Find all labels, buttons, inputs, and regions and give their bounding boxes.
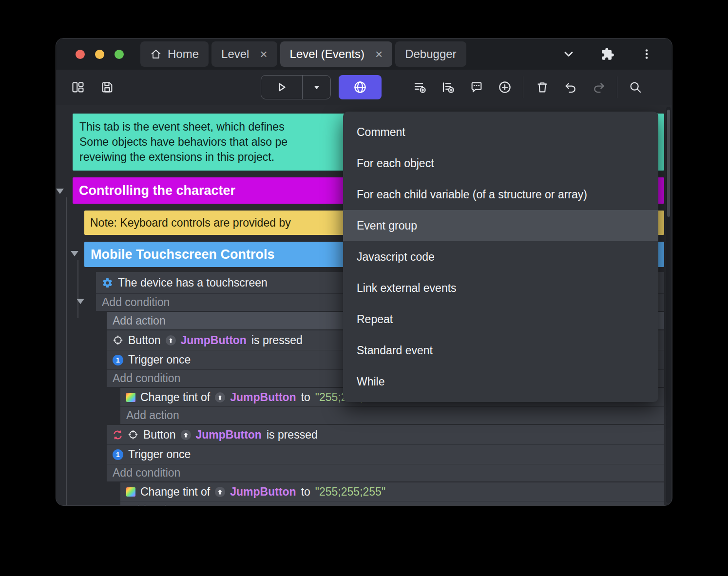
menu-item-link-external-events[interactable]: Link external events [343,272,658,304]
menu-item-repeat[interactable]: Repeat [343,304,658,335]
tree-line [66,197,67,505]
collapse-arrow-icon[interactable] [71,251,78,256]
event-sheet: This tab is the event sheet, which defin… [56,105,672,505]
collapse-arrow-icon[interactable] [56,189,64,194]
add-event-context-menu: Comment For each object For each child v… [343,112,658,402]
jumpbutton-arrow-icon [215,392,225,403]
event-tools [409,76,516,98]
menu-item-javascript-code[interactable]: Javascript code [343,241,658,272]
tab-level-events[interactable]: Level (Events) × [280,41,393,67]
action-row-change-tint[interactable]: Change tint of JumpButton to "255;255;25… [120,482,664,501]
tab-label: Level (Events) [290,47,364,61]
action-text: Change tint of [140,485,210,499]
add-action-row[interactable]: Add action [120,501,664,505]
tree-line [77,260,78,318]
preview-split-button [261,75,331,99]
add-event-globe-button[interactable] [339,75,382,99]
condition-text: Button [143,428,176,442]
menu-item-while[interactable]: While [343,366,658,397]
vertical-scrollbar[interactable] [666,107,671,503]
panels-layout-icon[interactable] [67,76,89,98]
action-text: to [301,391,310,404]
tab-label: Debugger [405,47,456,61]
redo-icon[interactable] [588,76,610,98]
save-icon[interactable] [96,76,118,98]
trigger-once-icon: 1 [113,355,123,365]
group-title: Controlling the character [79,183,235,198]
add-circle-icon[interactable] [494,76,516,98]
tab-level[interactable]: Level × [211,41,277,67]
group-title: Mobile Touchscreen Controls [91,247,275,262]
edit-tools [531,76,610,98]
tab-debugger[interactable]: Debugger [395,41,466,67]
object-name: JumpButton [230,485,296,499]
zoom-window-button[interactable] [115,50,124,59]
preview-play-button[interactable] [261,76,302,99]
addons-puzzle-icon[interactable] [597,43,618,65]
toolbar-separator [617,77,617,98]
globe-icon [353,80,367,95]
action-block-tint-2: Change tint of JumpButton to "255;255;25… [120,482,664,505]
condition-row-trigger-once[interactable]: 1 Trigger once [107,444,664,464]
menu-item-for-each-object[interactable]: For each object [343,148,658,179]
button-object-icon [128,429,138,440]
minimize-window-button[interactable] [95,50,104,59]
tab-bar: Home Level × Level (Events) × Debugger [56,38,672,70]
app-window: Home Level × Level (Events) × Debugger [56,38,672,506]
add-condition-icon[interactable] [409,76,431,98]
undo-icon[interactable] [559,76,582,98]
add-condition-label: Add condition [113,372,180,385]
kebab-menu-icon[interactable] [636,43,657,65]
add-action-label: Add action [126,503,179,505]
menu-item-for-each-child-variable[interactable]: For each child variable (of a structure … [343,179,658,210]
chevron-down-icon[interactable] [558,43,579,65]
scrollbar-thumb[interactable] [667,110,670,217]
condition-row-button-pressed[interactable]: Button JumpButton is pressed [107,425,664,444]
tab-home[interactable]: Home [140,41,209,67]
comment-icon[interactable] [465,76,488,98]
close-tab-icon[interactable]: × [260,48,267,60]
object-name: JumpButton [230,391,296,404]
condition-text: Button [128,334,161,347]
object-name: JumpButton [181,334,247,347]
home-icon [150,48,162,60]
condition-text: Trigger once [128,448,191,461]
trigger-once-icon: 1 [113,449,123,460]
main-toolbar [56,70,672,105]
close-window-button[interactable] [76,50,85,59]
action-text: to [301,485,310,499]
tint-swatch-icon [126,393,135,402]
toolbar-separator [523,77,523,98]
delete-trash-icon[interactable] [531,76,554,98]
button-object-icon [113,335,123,346]
window-controls [56,50,140,59]
gear-icon [102,277,113,288]
preview-options-caret[interactable] [302,76,330,99]
search-icon[interactable] [624,76,647,98]
tab-label: Home [168,47,199,61]
menu-item-standard-event[interactable]: Standard event [343,335,658,366]
desktop-background: Home Level × Level (Events) × Debugger [0,0,728,576]
tint-swatch-icon [126,487,135,497]
menu-item-event-group[interactable]: Event group [343,210,658,241]
note-text: Note: Keyboard controls are provided by [90,216,291,230]
jumpbutton-arrow-icon [166,335,176,346]
add-action-label: Add action [126,409,179,422]
action-text: Change tint of [140,391,210,404]
add-condition-label: Add condition [102,296,170,309]
collapse-arrow-icon[interactable] [77,299,84,304]
add-condition-row[interactable]: Add condition [107,464,664,481]
close-tab-icon[interactable]: × [375,48,383,60]
jumpbutton-arrow-icon [215,487,225,497]
jumpbutton-arrow-icon [181,430,191,440]
object-name: JumpButton [196,428,262,442]
tabbar-actions [558,43,672,65]
condition-text: is pressed [267,428,318,442]
add-action-label: Add action [113,314,166,327]
loop-arrows-icon [113,430,123,440]
add-action-row[interactable]: Add action [120,406,664,424]
menu-item-comment[interactable]: Comment [343,116,658,148]
condition-text: is pressed [251,334,303,347]
add-action-icon[interactable] [437,76,460,98]
tab-label: Level [221,47,249,61]
